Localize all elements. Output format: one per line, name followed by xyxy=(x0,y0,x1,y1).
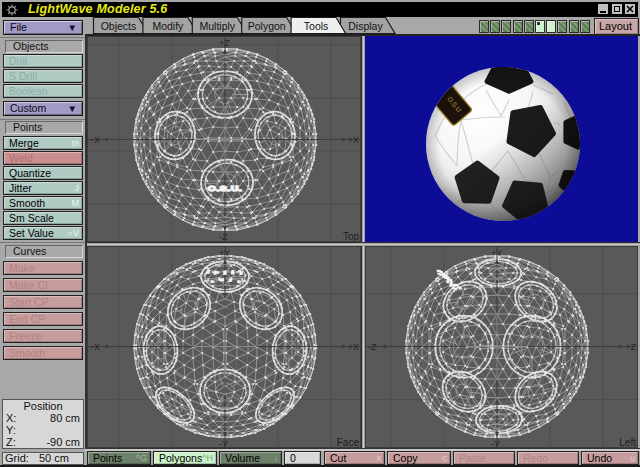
svg-text:+Z: +Z xyxy=(219,38,230,48)
svg-text:Polygon: Polygon xyxy=(248,20,286,32)
svg-text:-X: -X xyxy=(91,135,100,145)
svg-text:Tools: Tools xyxy=(304,20,329,32)
svg-text:Top: Top xyxy=(343,231,360,242)
svg-text:Face: Face xyxy=(337,437,360,448)
svg-text:-Z: -Z xyxy=(219,232,228,242)
svg-text:Multiply: Multiply xyxy=(200,20,236,32)
svg-text:-Z: -Z xyxy=(368,342,377,352)
svg-text:+X: +X xyxy=(348,135,359,145)
svg-text:-Y: -Y xyxy=(219,439,228,448)
svg-text:-X: -X xyxy=(91,342,100,352)
svg-text:+Y: +Y xyxy=(491,248,502,258)
svg-text:O.S.U.: O.S.U. xyxy=(208,184,242,192)
svg-text:Objects: Objects xyxy=(101,20,137,32)
svg-text:Left: Left xyxy=(619,437,636,448)
svg-text:Display: Display xyxy=(348,20,383,32)
svg-text:+Y: +Y xyxy=(219,248,230,258)
svg-text:-Y: -Y xyxy=(491,439,500,448)
svg-text:+X: +X xyxy=(348,342,359,352)
svg-text:+Z: +Z xyxy=(625,342,636,352)
svg-text:Modify: Modify xyxy=(152,20,184,32)
